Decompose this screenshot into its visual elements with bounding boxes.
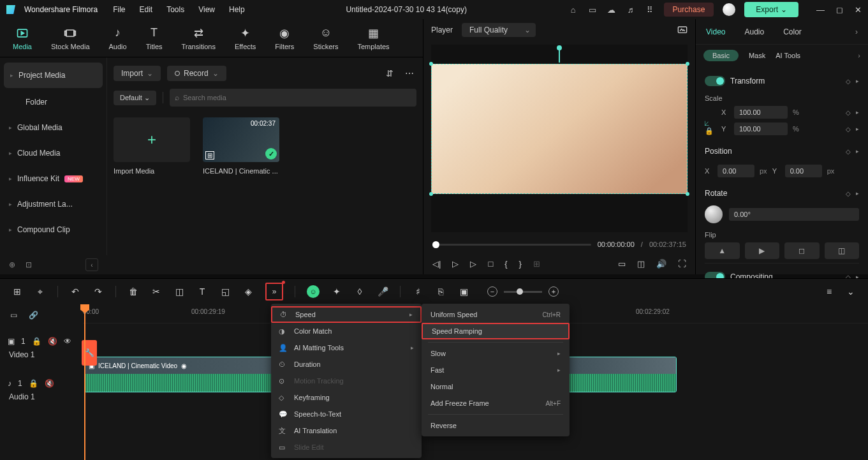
mixer-icon[interactable]: ♯: [412, 286, 423, 297]
purchase-button[interactable]: Purchase: [664, 3, 714, 17]
subtab-ai-tools[interactable]: AI Tools: [776, 52, 800, 59]
fullscreen-icon[interactable]: ⛶: [678, 259, 686, 269]
user-avatar[interactable]: [723, 3, 735, 16]
sidebar-cloud-media[interactable]: ▸Cloud Media: [0, 140, 107, 166]
more-tools-button[interactable]: »: [265, 283, 283, 300]
compare-icon[interactable]: ◫: [637, 259, 645, 269]
stop-icon[interactable]: □: [488, 259, 493, 269]
frame-icon[interactable]: ▣: [458, 286, 469, 297]
sort-dropdown[interactable]: Default ⌄: [114, 91, 156, 105]
tab-stickers[interactable]: ☺Stickers: [313, 26, 338, 50]
subtab-basic[interactable]: Basic: [703, 50, 739, 61]
tag-icon[interactable]: ◈: [242, 286, 254, 297]
zoom-slider[interactable]: [504, 291, 542, 293]
pos-x-input[interactable]: [717, 165, 754, 177]
redo-icon[interactable]: ↷: [92, 286, 104, 297]
preview-canvas[interactable]: [431, 45, 688, 232]
play-icon[interactable]: ▷: [452, 259, 459, 269]
ctx-speed[interactable]: ⏱Speed▸: [271, 306, 422, 323]
new-folder-icon[interactable]: ⊕: [9, 260, 15, 269]
playhead[interactable]: [84, 304, 85, 460]
pointer-icon[interactable]: ⌖: [34, 286, 46, 297]
chevron-right-icon[interactable]: ▸: [856, 78, 859, 84]
cut-icon[interactable]: ✂: [151, 286, 162, 297]
ctx-color-match[interactable]: ◑Color Match: [271, 323, 422, 339]
record-dropdown[interactable]: Record⌄: [167, 66, 226, 81]
tab-audio-inspector[interactable]: Audio: [744, 27, 764, 36]
subtab-mask[interactable]: Mask: [749, 52, 765, 59]
tab-effects[interactable]: ✦Effects: [235, 26, 256, 50]
link-tracks-icon[interactable]: 🔗: [29, 311, 38, 320]
tab-filters[interactable]: ◉Filters: [275, 26, 294, 50]
tab-media[interactable]: Media: [13, 26, 32, 50]
settings-icon[interactable]: ⌄: [845, 286, 857, 297]
device-icon[interactable]: ⌂: [568, 4, 578, 15]
sidebar-compound-clip[interactable]: ▸Compound Clip: [0, 217, 107, 242]
tab-transitions[interactable]: ⇄Transitions: [182, 26, 216, 50]
collapse-sidebar-icon[interactable]: ‹: [85, 258, 98, 271]
mark-in-icon[interactable]: {: [504, 259, 507, 269]
handle-br[interactable]: [686, 192, 689, 196]
ctx-keyframing[interactable]: ◇Keyframing: [271, 389, 422, 406]
timeline-view-icon[interactable]: ▭: [10, 311, 17, 320]
sidebar-global-media[interactable]: ▸Global Media: [0, 115, 107, 140]
quality-dropdown[interactable]: Full Quality: [462, 23, 536, 37]
sub-slow[interactable]: Slow▸: [422, 345, 570, 362]
sidebar-folder[interactable]: Folder: [0, 89, 107, 115]
keyframe-diamond-icon[interactable]: ◇: [846, 190, 851, 197]
media-clip-tile[interactable]: 00:02:37 ⊞ ✓ ICELAND | Cinematic ...: [203, 117, 279, 175]
tab-video[interactable]: Video: [706, 27, 725, 36]
tabs-overflow-icon[interactable]: ›: [855, 27, 858, 36]
close-icon[interactable]: ✕: [855, 5, 862, 15]
sub-uniform-speed[interactable]: Uniform SpeedCtrl+R: [422, 306, 570, 323]
flip-v-button[interactable]: ▶: [745, 242, 780, 259]
minimize-icon[interactable]: —: [816, 5, 825, 15]
menu-edit[interactable]: Edit: [140, 5, 153, 14]
preview-frame[interactable]: [431, 64, 688, 194]
keyframe-diamond-icon[interactable]: ◇: [846, 148, 851, 155]
handle-bl[interactable]: [429, 192, 433, 196]
menu-view[interactable]: View: [198, 5, 215, 14]
rotation-handle[interactable]: [559, 47, 560, 63]
import-dropdown[interactable]: Import⌄: [114, 66, 161, 81]
headphones-icon[interactable]: ♬: [626, 4, 636, 15]
track-height-icon[interactable]: ≡: [823, 286, 835, 297]
preview-scrubber[interactable]: [432, 244, 591, 246]
display-icon[interactable]: ▭: [618, 259, 626, 269]
keyframe-diamond-icon[interactable]: ◇: [846, 78, 851, 85]
sub-fast[interactable]: Fast▸: [422, 362, 570, 378]
search-input-wrap[interactable]: ⌕: [170, 89, 416, 107]
link-icon[interactable]: ⎘: [435, 286, 446, 297]
scale-x-input[interactable]: [734, 106, 788, 119]
zoom-out-icon[interactable]: −: [487, 286, 497, 297]
mute-icon[interactable]: 🔇: [48, 337, 57, 346]
menu-tools[interactable]: Tools: [166, 5, 184, 14]
play-range-icon[interactable]: ▷: [470, 259, 476, 269]
lock-icon[interactable]: 🔒: [32, 337, 41, 346]
transform-toggle[interactable]: [705, 76, 725, 86]
text-icon[interactable]: T: [196, 286, 208, 297]
visibility-icon[interactable]: 👁: [64, 337, 71, 346]
mic-icon[interactable]: 🎤: [377, 286, 388, 297]
layout-icon[interactable]: ⊞: [11, 286, 23, 297]
ctx-speech-to-text[interactable]: 💬Speech-to-Text: [271, 406, 422, 422]
ctx-duration[interactable]: ⏲Duration: [271, 356, 422, 373]
sparkle-icon[interactable]: ✦: [331, 286, 342, 297]
keyframe-diamond-icon[interactable]: ◇: [846, 126, 851, 133]
lock-icon[interactable]: ⟀🔒: [705, 119, 714, 135]
flip-copy1-button[interactable]: ◻: [784, 242, 820, 259]
sidebar-influence-kit[interactable]: ▸Influence KitNEW: [0, 166, 107, 191]
prev-frame-icon[interactable]: ◁|: [432, 259, 441, 269]
tab-stock-media[interactable]: Stock Media: [51, 26, 90, 50]
lock-icon[interactable]: 🔒: [29, 379, 38, 388]
rotate-knob[interactable]: [705, 205, 723, 223]
undo-icon[interactable]: ↶: [70, 286, 81, 297]
filter-icon[interactable]: ⇵: [383, 66, 396, 81]
tab-templates[interactable]: ▦Templates: [357, 26, 389, 50]
sub-normal[interactable]: Normal: [422, 378, 570, 395]
menu-help[interactable]: Help: [229, 5, 245, 14]
search-input[interactable]: [183, 94, 411, 101]
rotate-input[interactable]: [729, 208, 859, 221]
cast-icon[interactable]: ▭: [587, 4, 598, 15]
resize-icon[interactable]: ◱: [219, 286, 231, 297]
